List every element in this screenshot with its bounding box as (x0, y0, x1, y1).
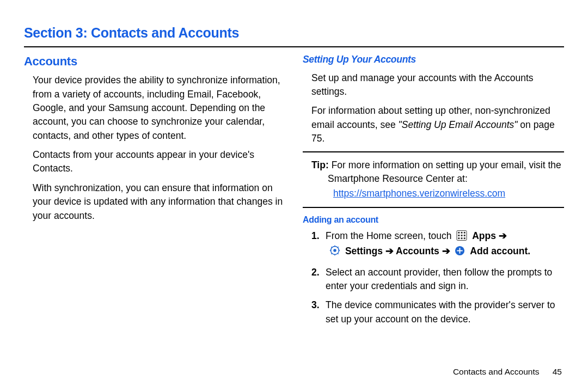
divider-under-title (24, 46, 564, 47)
step-1-line-2: Settings ➔ Accounts ➔ Add account. (326, 244, 564, 260)
step-1-text-a: From the Home screen, touch (326, 230, 454, 241)
step-1-period: . (528, 246, 530, 256)
svg-rect-8 (461, 237, 463, 239)
setting-up-accounts-heading: Setting Up Your Accounts (303, 53, 564, 66)
accounts-paragraph-3: With synchronization, you can ensure tha… (33, 181, 285, 223)
tip-line-1: Tip: For more information on setting up … (311, 158, 564, 172)
svg-rect-7 (458, 237, 460, 239)
step-3-text: The device communicates with the provide… (326, 299, 555, 324)
arrow-2: ➔ (383, 246, 396, 256)
step-3: 3. The device communicates with the prov… (311, 298, 564, 326)
two-column-layout: Accounts Your device provides the abilit… (24, 53, 564, 332)
footer-chapter: Contacts and Accounts (453, 367, 540, 376)
adding-account-heading: Adding an account (303, 213, 564, 226)
step-1-number: 1. (311, 229, 320, 243)
svg-rect-5 (461, 235, 463, 236)
tip-divider-bottom (303, 207, 564, 208)
step-2-text: Select an account provider, then follow … (326, 267, 552, 291)
arrow-1: ➔ (496, 230, 507, 241)
page-footer: Contacts and Accounts 45 (453, 366, 562, 378)
svg-rect-9 (464, 237, 465, 239)
footer-page-number: 45 (553, 367, 562, 376)
section-title: Section 3: Contacts and Accounts (24, 23, 564, 42)
tip-divider-top (303, 151, 564, 152)
tip-label: Tip: (311, 160, 329, 170)
tip-block: Tip: For more information on setting up … (311, 157, 564, 203)
setup-paragraph-1: Set up and manage your accounts with the… (311, 71, 564, 99)
step-2: 2. Select an account provider, then foll… (311, 266, 564, 293)
settings-icon (329, 245, 340, 260)
plus-icon (455, 246, 465, 260)
right-column: Setting Up Your Accounts Set up and mana… (303, 53, 564, 332)
step-1-accounts-label: Accounts (396, 246, 439, 256)
accounts-paragraph-2: Contacts from your accounts appear in yo… (33, 148, 285, 176)
step-1: 1. From the Home screen, touch Apps ➔ (311, 229, 564, 260)
step-1-add-account-label: Add account (470, 246, 528, 256)
tip-link[interactable]: https://smartphones.verizonwireless.com (311, 187, 564, 200)
accounts-heading: Accounts (24, 53, 285, 70)
svg-rect-22 (457, 250, 463, 252)
tip-text-2: Smartphone Resource Center at: (311, 172, 564, 186)
steps-list: 1. From the Home screen, touch Apps ➔ (311, 229, 564, 326)
left-column: Accounts Your device provides the abilit… (24, 53, 285, 332)
svg-rect-3 (464, 232, 465, 234)
svg-rect-2 (461, 232, 463, 234)
setup-paragraph-2: For information about setting up other, … (311, 104, 564, 145)
svg-rect-4 (458, 235, 460, 236)
step-3-number: 3. (311, 298, 320, 312)
step-1-apps-label: Apps (472, 230, 496, 241)
svg-rect-1 (458, 232, 460, 234)
setup-p2-reference: "Setting Up Email Accounts" (399, 119, 518, 130)
arrow-3: ➔ (439, 246, 453, 256)
tip-text-1: For more information on setting up your … (329, 160, 561, 170)
step-2-number: 2. (311, 266, 320, 279)
step-1-settings-label: Settings (345, 246, 383, 256)
svg-rect-6 (464, 235, 465, 236)
accounts-paragraph-1: Your device provides the ability to sync… (33, 74, 285, 143)
apps-icon (456, 230, 467, 244)
svg-point-11 (333, 249, 336, 252)
